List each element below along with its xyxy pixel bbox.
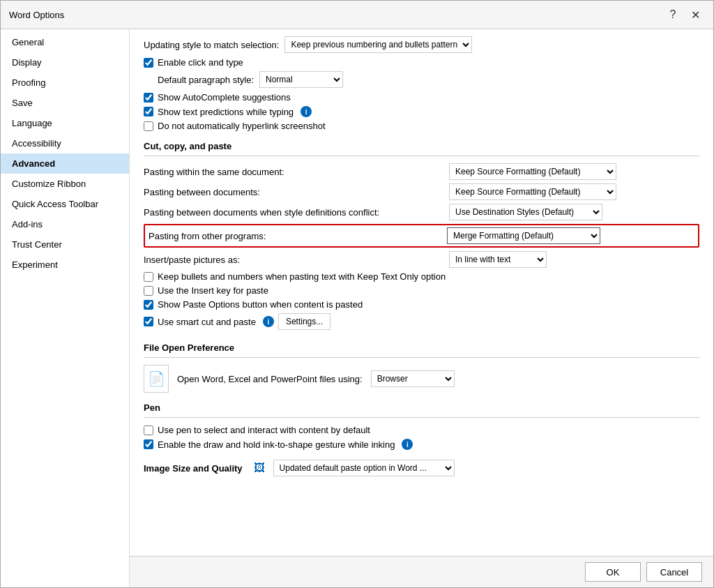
title-bar-controls: ? ✕ xyxy=(663,6,705,23)
updating-style-row: Updating style to match selection: Keep … xyxy=(144,36,699,53)
sidebar-item-save[interactable]: Save xyxy=(1,93,129,113)
do-not-hyperlink-label[interactable]: Do not automatically hyperlink screensho… xyxy=(158,121,326,131)
settings-button[interactable]: Settings... xyxy=(278,313,331,330)
pen-divider xyxy=(144,417,699,418)
pasting-other-programs-row: Pasting from other programs: Merge Forma… xyxy=(144,224,699,248)
dialog-body: General Display Proofing Save Language A… xyxy=(1,29,713,587)
close-button[interactable]: ✕ xyxy=(685,6,705,23)
enable-click-type-checkbox[interactable] xyxy=(144,58,153,68)
enable-draw-hold-label[interactable]: Enable the draw and hold ink-to-shape ge… xyxy=(158,439,395,450)
word-options-dialog: Word Options ? ✕ General Display Proofin… xyxy=(0,0,714,588)
do-not-hyperlink-checkbox[interactable] xyxy=(144,121,153,131)
dialog-title: Word Options xyxy=(9,10,64,20)
keep-bullets-label[interactable]: Keep bullets and numbers when pasting te… xyxy=(158,271,446,282)
show-autocomplete-checkbox[interactable] xyxy=(144,93,153,103)
show-text-predictions-label[interactable]: Show text predictions while typing xyxy=(158,107,294,117)
show-autocomplete-label[interactable]: Show AutoComplete suggestions xyxy=(158,92,291,103)
show-paste-options-checkbox[interactable] xyxy=(144,300,153,310)
pasting-between-docs-dropdown[interactable]: Keep Source Formatting (Default) xyxy=(449,183,616,200)
sidebar-item-proofing[interactable]: Proofing xyxy=(1,73,129,93)
insert-paste-pictures-label: Insert/paste pictures as: xyxy=(144,255,443,265)
file-open-section-label: File Open Preference xyxy=(144,342,699,353)
help-button[interactable]: ? xyxy=(663,6,683,23)
sidebar-item-experiment[interactable]: Experiment xyxy=(1,255,129,275)
sidebar-item-general[interactable]: General xyxy=(1,32,129,52)
sidebar-item-language[interactable]: Language xyxy=(1,113,129,133)
do-not-hyperlink-row: Do not automatically hyperlink screensho… xyxy=(144,121,699,131)
pen-section-label: Pen xyxy=(144,402,699,413)
text-predictions-info-icon[interactable]: i xyxy=(301,106,312,117)
file-icon: 📄 xyxy=(144,365,169,393)
show-autocomplete-row: Show AutoComplete suggestions xyxy=(144,92,699,103)
open-word-excel-label: Open Word, Excel and PowerPoint files us… xyxy=(177,374,363,384)
content-area: Updating style to match selection: Keep … xyxy=(130,29,713,556)
default-paragraph-label: Default paragraph style: xyxy=(158,75,254,85)
pasting-style-conflict-dropdown[interactable]: Use Destination Styles (Default) xyxy=(449,204,602,220)
default-paragraph-dropdown[interactable]: Normal xyxy=(259,71,343,88)
dialog-footer: OK Cancel xyxy=(130,556,713,587)
cut-copy-paste-section-label: Cut, copy, and paste xyxy=(144,141,699,151)
pasting-between-docs-row: Pasting between documents: Keep Source F… xyxy=(144,183,699,200)
draw-hold-info-icon[interactable]: i xyxy=(402,439,413,450)
image-quality-icon: 🖼 xyxy=(254,462,265,474)
show-paste-options-label[interactable]: Show Paste Options button when content i… xyxy=(158,299,363,310)
sidebar-item-advanced[interactable]: Advanced xyxy=(1,153,129,174)
keep-bullets-row: Keep bullets and numbers when pasting te… xyxy=(144,271,699,282)
sidebar-item-customize-ribbon[interactable]: Customize Ribbon xyxy=(1,174,129,194)
ok-button[interactable]: OK xyxy=(585,562,641,582)
use-insert-key-checkbox[interactable] xyxy=(144,286,153,296)
title-bar: Word Options ? ✕ xyxy=(1,1,713,29)
default-paragraph-row: Default paragraph style: Normal xyxy=(158,71,699,88)
image-quality-row: Image Size and Quality 🖼 Updated default… xyxy=(144,460,699,476)
smart-cut-info-icon[interactable]: i xyxy=(263,316,274,327)
image-quality-dropdown[interactable]: Updated default paste option in Word ... xyxy=(273,460,455,476)
sidebar-item-quick-access[interactable]: Quick Access Toolbar xyxy=(1,194,129,214)
pasting-style-conflict-label: Pasting between documents when style def… xyxy=(144,207,443,218)
image-quality-section-label: Image Size and Quality xyxy=(144,463,243,474)
pasting-style-conflict-row: Pasting between documents when style def… xyxy=(144,204,699,220)
cut-copy-paste-divider xyxy=(144,156,699,156)
use-smart-cut-checkbox[interactable] xyxy=(144,317,153,326)
pasting-other-programs-label: Pasting from other programs: xyxy=(149,231,441,241)
pasting-other-programs-dropdown[interactable]: Merge Formatting (Default) xyxy=(447,227,600,244)
pasting-same-doc-dropdown[interactable]: Keep Source Formatting (Default) xyxy=(449,163,616,180)
use-pen-label[interactable]: Use pen to select and interact with cont… xyxy=(158,425,370,435)
file-open-row: 📄 Open Word, Excel and PowerPoint files … xyxy=(144,365,699,393)
enable-draw-hold-checkbox[interactable] xyxy=(144,439,153,449)
updating-style-dropdown[interactable]: Keep previous numbering and bullets patt… xyxy=(284,36,472,53)
sidebar-item-addins[interactable]: Add-ins xyxy=(1,214,129,234)
show-text-predictions-row: Show text predictions while typing i xyxy=(144,106,699,117)
sidebar-item-display[interactable]: Display xyxy=(1,52,129,73)
pasting-same-doc-label: Pasting within the same document: xyxy=(144,167,443,177)
sidebar-item-accessibility[interactable]: Accessibility xyxy=(1,133,129,153)
cancel-button[interactable]: Cancel xyxy=(646,562,702,582)
sidebar: General Display Proofing Save Language A… xyxy=(1,29,130,587)
pasting-between-docs-label: Pasting between documents: xyxy=(144,187,443,197)
use-insert-key-row: Use the Insert key for paste xyxy=(144,285,699,296)
enable-click-type-label[interactable]: Enable click and type xyxy=(158,57,243,68)
use-pen-checkbox[interactable] xyxy=(144,425,153,435)
keep-bullets-checkbox[interactable] xyxy=(144,272,153,282)
sidebar-item-trust-center[interactable]: Trust Center xyxy=(1,234,129,255)
file-open-divider xyxy=(144,357,699,358)
show-text-predictions-checkbox[interactable] xyxy=(144,107,153,116)
insert-paste-pictures-dropdown[interactable]: In line with text xyxy=(449,251,547,268)
enable-draw-hold-row: Enable the draw and hold ink-to-shape ge… xyxy=(144,439,699,450)
show-paste-options-row: Show Paste Options button when content i… xyxy=(144,299,699,310)
updating-style-label: Updating style to match selection: xyxy=(144,40,279,50)
main-content: Updating style to match selection: Keep … xyxy=(130,29,713,587)
document-icon: 📄 xyxy=(148,370,165,387)
use-smart-cut-row: Use smart cut and paste i Settings... xyxy=(144,313,699,330)
open-word-excel-dropdown[interactable]: Browser xyxy=(371,370,455,387)
use-smart-cut-label[interactable]: Use smart cut and paste xyxy=(158,317,256,327)
pasting-same-doc-row: Pasting within the same document: Keep S… xyxy=(144,163,699,180)
use-insert-key-label[interactable]: Use the Insert key for paste xyxy=(158,285,268,296)
enable-click-type-row: Enable click and type xyxy=(144,57,699,68)
use-pen-row: Use pen to select and interact with cont… xyxy=(144,425,699,435)
insert-paste-pictures-row: Insert/paste pictures as: In line with t… xyxy=(144,251,699,268)
